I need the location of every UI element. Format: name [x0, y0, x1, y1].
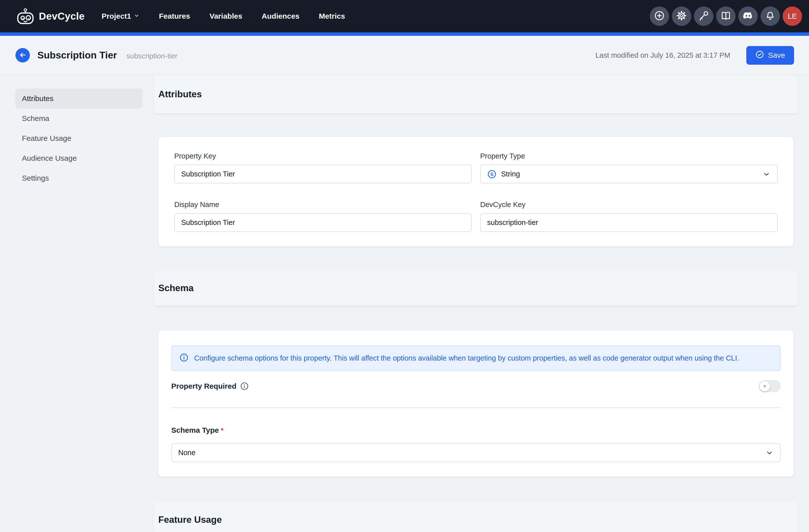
- property-key-field: Property Key: [174, 152, 472, 183]
- sidebar-item-schema[interactable]: Schema: [15, 108, 142, 128]
- schema-card: Configure schema options for this proper…: [158, 331, 794, 477]
- discord-button[interactable]: [738, 6, 758, 26]
- add-icon: [654, 10, 665, 22]
- settings-button[interactable]: [672, 6, 691, 26]
- docs-book-icon: [720, 10, 731, 22]
- nav-item-features[interactable]: Features: [159, 12, 190, 20]
- nav-item-audiences[interactable]: Audiences: [262, 12, 299, 20]
- attributes-card: Property Key Property Type S String: [158, 137, 794, 246]
- section-sidebar: Attributes Schema Feature Usage Audience…: [15, 89, 142, 188]
- sidebar-item-audience-usage[interactable]: Audience Usage: [15, 148, 142, 168]
- display-name-label: Display Name: [174, 200, 472, 209]
- property-key-input[interactable]: [174, 165, 472, 183]
- property-type-field: Property Type S String: [480, 152, 778, 183]
- nav-item-variables[interactable]: Variables: [210, 12, 242, 20]
- property-required-row: Property Required: [171, 380, 781, 392]
- add-button[interactable]: [650, 6, 669, 26]
- property-required-info-icon[interactable]: [240, 382, 249, 391]
- user-avatar[interactable]: LE: [782, 6, 802, 26]
- top-nav: DevCycle Project1 Features Variables Aud…: [0, 0, 809, 32]
- feature-usage-section-header: Feature Usage: [154, 501, 798, 532]
- sidebar-item-attributes[interactable]: Attributes: [15, 89, 142, 108]
- property-required-label: Property Required: [171, 382, 237, 390]
- display-name-input[interactable]: [174, 213, 472, 232]
- feature-usage-heading: Feature Usage: [158, 515, 222, 525]
- page-key: subscription-tier: [126, 51, 177, 60]
- property-key-label: Property Key: [174, 152, 472, 160]
- chevron-down-icon: [762, 170, 771, 178]
- devcycle-robot-icon: [15, 8, 35, 24]
- property-type-value: String: [501, 170, 520, 178]
- notifications-bell-icon: [765, 10, 776, 22]
- arrow-left-icon: [18, 51, 27, 60]
- property-required-toggle[interactable]: [759, 380, 781, 392]
- schema-type-value: None: [178, 449, 195, 457]
- page-header: Subscription Tier subscription-tier Last…: [0, 36, 809, 75]
- schema-type-select[interactable]: None: [171, 443, 781, 462]
- docs-button[interactable]: [716, 6, 736, 26]
- toggle-knob: [759, 381, 770, 391]
- notifications-button[interactable]: [760, 6, 780, 26]
- required-asterisk: *: [221, 426, 224, 434]
- sidebar-item-feature-usage[interactable]: Feature Usage: [15, 128, 142, 148]
- info-icon: [179, 353, 189, 363]
- back-button[interactable]: [15, 48, 30, 63]
- check-circle-icon: [755, 50, 764, 61]
- attributes-heading: Attributes: [158, 89, 202, 100]
- devcycle-logo[interactable]: DevCycle: [15, 8, 85, 24]
- api-keys-button[interactable]: [694, 6, 713, 26]
- attributes-section-header: Attributes: [154, 75, 798, 113]
- page-title: Subscription Tier: [37, 50, 117, 61]
- settings-gear-icon: [676, 10, 687, 22]
- discord-icon: [742, 10, 754, 22]
- schema-heading: Schema: [158, 283, 194, 294]
- devcycle-key-field: DevCycle Key: [480, 200, 778, 232]
- save-button-label: Save: [768, 51, 785, 59]
- api-key-icon: [698, 10, 709, 22]
- devcycle-key-label: DevCycle Key: [480, 200, 778, 209]
- schema-section-header: Schema: [154, 271, 798, 305]
- string-type-icon: S: [487, 170, 497, 179]
- last-modified-text: Last modified on July 16, 2025 at 3:17 P…: [596, 51, 730, 59]
- property-type-label: Property Type: [480, 152, 778, 160]
- display-name-field: Display Name: [174, 200, 472, 232]
- sidebar-item-settings[interactable]: Settings: [15, 168, 142, 188]
- schema-type-label: Schema Type*: [171, 426, 781, 435]
- devcycle-key-input[interactable]: [480, 213, 778, 232]
- nav-item-metrics[interactable]: Metrics: [319, 12, 345, 20]
- chevron-down-icon: [134, 12, 140, 20]
- property-type-select[interactable]: S String: [480, 165, 778, 183]
- schema-divider: [171, 408, 781, 408]
- accent-bar: [0, 32, 809, 36]
- schema-info-alert: Configure schema options for this proper…: [171, 345, 781, 371]
- svg-text:S: S: [490, 172, 494, 177]
- project-selector-label: Project1: [102, 12, 131, 20]
- schema-info-text: Configure schema options for this proper…: [194, 354, 739, 362]
- brand-name: DevCycle: [39, 11, 85, 22]
- save-button[interactable]: Save: [746, 46, 794, 65]
- chevron-down-icon: [765, 449, 774, 457]
- project-selector[interactable]: Project1: [102, 12, 139, 20]
